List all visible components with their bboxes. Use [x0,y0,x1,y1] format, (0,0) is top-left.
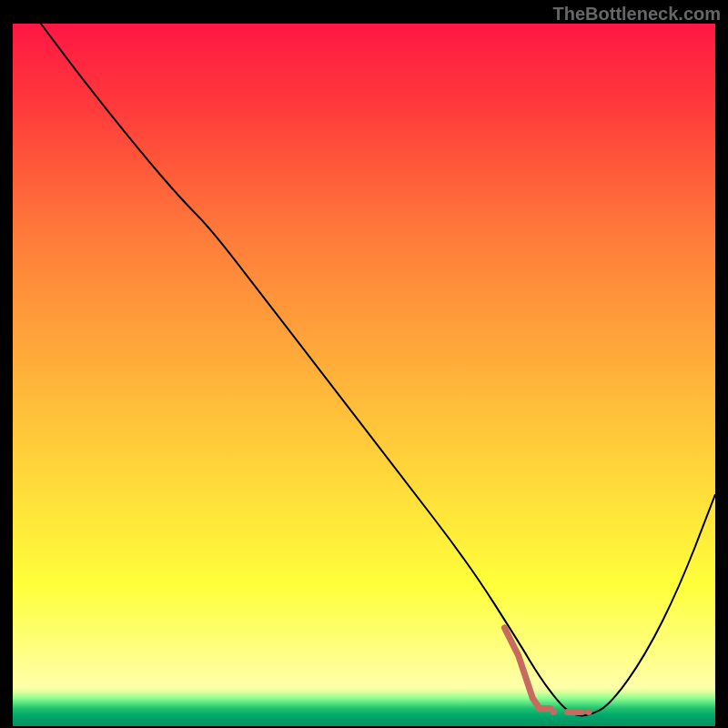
svg-point-7 [586,709,592,715]
chart-lines [13,24,715,726]
svg-point-6 [579,709,585,715]
chart-plot-area [13,24,715,726]
main-curve [41,24,715,715]
svg-point-3 [551,709,557,715]
watermark-text: TheBottleneck.com [553,4,721,25]
